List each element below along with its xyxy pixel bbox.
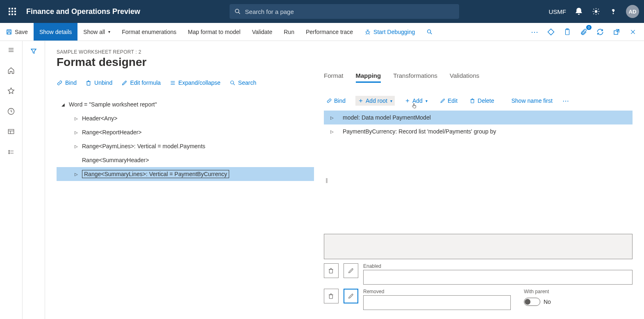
tree-node[interactable]: ▷Header<Any> [57,111,314,125]
with-parent-label: With parent [524,289,549,294]
attachments-icon[interactable]: 0 [578,26,590,38]
enabled-input[interactable] [363,270,633,285]
tree-node[interactable]: Range<SummaryHeader> [57,153,314,167]
map-format-button[interactable]: Map format to model [182,23,246,41]
svg-rect-28 [8,129,14,134]
filter-column [23,41,45,319]
delete-removed-button[interactable] [324,289,339,303]
tree-node-selected[interactable]: ▷Range<SummaryLines>: Vertical = Payment… [57,167,314,181]
svg-rect-32 [9,153,10,154]
svg-rect-35 [87,81,90,85]
tab-format[interactable]: Format [324,72,344,83]
gear-icon[interactable] [592,7,601,16]
delete-button[interactable]: Delete [467,96,496,106]
caret-right-icon[interactable]: ▷ [73,116,80,121]
popout-icon[interactable] [610,26,623,38]
edit-button[interactable]: Edit [437,96,460,106]
company-label[interactable]: USMF [549,8,567,15]
search-input[interactable] [245,8,455,15]
caret-right-icon[interactable]: ▷ [73,130,80,135]
svg-line-18 [430,33,432,34]
caret-right-icon[interactable]: ▷ [73,172,80,176]
hamburger-icon[interactable] [6,45,16,55]
chevron-down-icon: ▾ [108,29,110,34]
svg-rect-4 [11,11,13,12]
caret-down-icon[interactable]: ◢ [60,102,66,107]
formula-textarea[interactable] [324,234,633,259]
start-debug-button[interactable]: Start Debugging [359,23,421,41]
home-icon[interactable] [6,66,16,75]
svg-line-40 [233,84,234,85]
svg-rect-7 [11,14,13,15]
svg-rect-2 [14,8,16,9]
expand-collapse-button[interactable]: Expand/collapse [170,79,221,86]
clipboard-icon[interactable] [561,26,573,38]
svg-rect-14 [8,29,10,31]
format-enum-button[interactable]: Format enumerations [116,23,182,41]
run-button[interactable]: Run [278,23,300,41]
bell-icon[interactable] [574,7,583,16]
modules-icon[interactable] [6,147,16,157]
show-all-button[interactable]: Show all▾ [77,23,116,41]
caret-right-icon[interactable]: ▷ [330,115,336,120]
bind-button[interactable]: Bind [57,79,77,86]
filter-icon[interactable] [30,48,37,319]
svg-rect-31 [9,150,10,152]
map-bind-button[interactable]: Bind [324,96,348,106]
svg-rect-6 [9,14,10,15]
tab-mapping[interactable]: Mapping [356,72,381,83]
svg-rect-8 [14,14,16,15]
nav-rail [0,41,23,319]
clock-icon[interactable] [6,106,16,116]
edit-formula-button[interactable]: Edit formula [121,79,161,86]
workspace-icon[interactable] [6,127,16,137]
help-icon[interactable] [609,7,618,16]
removed-input[interactable] [363,295,511,310]
svg-rect-15 [8,32,11,34]
map-more-icon[interactable]: ⋯ [562,97,569,105]
mapping-tree: ▷model: Data model PaymentModel ▷Payment… [324,111,633,138]
more-actions-icon[interactable]: ⋯ [528,26,541,38]
tab-validations[interactable]: Validations [450,72,479,83]
validate-button[interactable]: Validate [246,23,278,41]
add-root-button[interactable]: Add root▾ [355,96,395,106]
tab-transformations[interactable]: Transformations [393,72,437,83]
action-bar: Save Show details Show all▾ Format enume… [0,23,644,41]
edit-formula-icon-button[interactable] [344,263,358,278]
with-parent-value: No [544,299,551,305]
diamond-icon[interactable] [545,26,557,38]
tree-node[interactable]: ◢Word = "Sample worksheet report" [57,97,314,111]
mapping-node-selected[interactable]: ▷model: Data model PaymentModel [324,111,633,124]
svg-point-9 [235,9,239,13]
mapping-node[interactable]: ▷PaymentByCurrency: Record list 'model/P… [324,124,633,138]
app-launcher-icon[interactable] [5,4,20,19]
delete-formula-button[interactable] [324,263,339,278]
svg-point-12 [613,13,613,14]
caret-right-icon[interactable]: ▷ [330,129,336,134]
caret-right-icon[interactable]: ▷ [73,144,80,149]
add-button[interactable]: Add▾ [402,96,430,106]
show-name-first-button[interactable]: Show name first [509,96,555,106]
unbind-button[interactable]: Unbind [86,79,112,86]
show-details-button[interactable]: Show details [34,23,77,41]
tree-node[interactable]: ▷Range<ReportHeader> [57,125,314,139]
app-header: Finance and Operations Preview USMF AD [0,0,644,23]
refresh-icon[interactable] [594,26,606,38]
save-button[interactable]: Save [0,23,34,41]
star-icon[interactable] [6,86,16,96]
left-pane: SAMPLE WORKSHEET REPORT : 2 Format desig… [45,41,324,319]
svg-rect-45 [471,100,474,103]
perf-trace-button[interactable]: Performance trace [300,23,359,41]
tree-node[interactable]: ▷Range<PaymLines>: Vertical = model.Paym… [57,139,314,153]
format-tree: ◢Word = "Sample worksheet report" ▷Heade… [57,97,314,181]
save-label: Save [15,29,28,35]
svg-rect-47 [329,295,332,299]
close-icon[interactable] [627,26,639,38]
splitter-handle[interactable]: ‖ [325,177,328,183]
with-parent-toggle[interactable] [524,298,540,306]
tree-search-button[interactable]: Search [230,79,256,86]
global-search[interactable] [230,4,459,19]
edit-removed-icon-button[interactable] [344,289,358,303]
user-avatar[interactable]: AD [626,5,639,18]
search-action-button[interactable] [421,23,439,41]
